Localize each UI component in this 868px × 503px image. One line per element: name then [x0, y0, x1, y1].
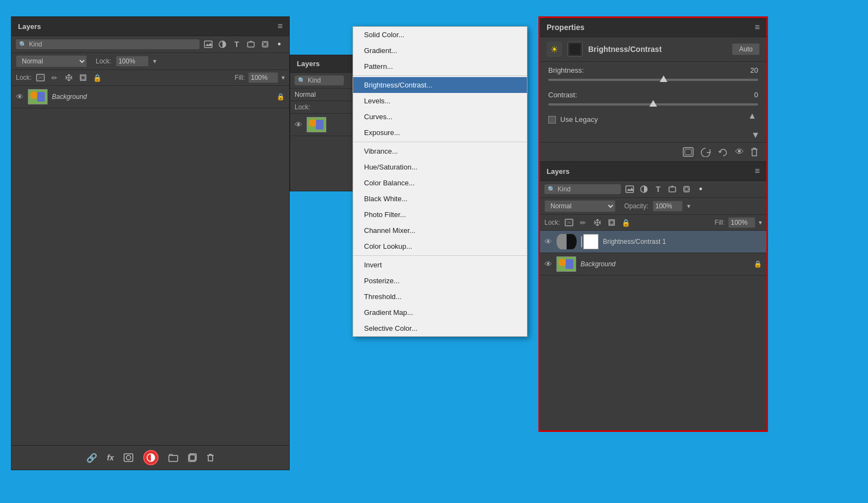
left-opacity-input[interactable] — [116, 56, 149, 67]
right-blend-row: Normal Opacity: ▾ — [540, 198, 766, 215]
layer-type-shape-icon[interactable] — [245, 39, 256, 50]
menu-item-posterize[interactable]: Posterize... — [353, 273, 527, 289]
menu-item-levels[interactable]: Levels... — [353, 93, 527, 109]
left-panel-menu-icon[interactable]: ≡ — [278, 21, 283, 31]
layer-type-image-icon[interactable] — [203, 39, 214, 50]
visibility-toggle-icon[interactable]: 👁 — [735, 147, 744, 157]
layer-effects-button[interactable]: fx — [107, 453, 114, 462]
menu-item-gradient-map[interactable]: Gradient Map... — [353, 305, 527, 320]
right-lock-all-icon[interactable]: 🔒 — [620, 217, 631, 228]
menu-item-exposure[interactable]: Exposure... — [353, 125, 527, 141]
left-fill-input[interactable] — [248, 72, 278, 83]
brightness-slider[interactable] — [540, 79, 766, 86]
left-background-layer[interactable]: 👁 Background 🔒 — [11, 86, 289, 108]
menu-item-selective-color[interactable]: Selective Color... — [353, 320, 527, 336]
right-search-box[interactable]: 🔍 Kind — [544, 184, 621, 194]
layer-type-smart-icon[interactable] — [260, 39, 271, 50]
right-kind-label: Kind — [558, 185, 571, 193]
use-legacy-checkbox[interactable] — [548, 116, 556, 124]
left-blend-mode-select[interactable]: Normal — [16, 55, 87, 67]
right-bg-thumbnail — [556, 256, 576, 272]
svg-rect-27 — [685, 188, 688, 191]
menu-item-threshold[interactable]: Threshold... — [353, 289, 527, 305]
properties-menu-icon[interactable]: ≡ — [755, 22, 760, 32]
new-group-button[interactable] — [168, 453, 178, 462]
contrast-thumb[interactable] — [649, 100, 657, 107]
right-bg-lock-icon: 🔒 — [754, 260, 762, 268]
svg-rect-33 — [566, 259, 573, 269]
right-lock-paint-icon[interactable]: ✏ — [578, 217, 589, 228]
left-panel-header: Layers ≡ — [11, 17, 289, 36]
menu-item-photo-filter[interactable]: Photo Filter... — [353, 207, 527, 223]
right-background-layer[interactable]: 👁 Background 🔒 — [540, 253, 766, 276]
previous-state-icon[interactable] — [700, 147, 711, 157]
reset-icon[interactable] — [718, 147, 729, 157]
bc-layer-visibility-icon[interactable]: 👁 — [544, 237, 552, 246]
right-layers-menu-icon[interactable]: ≡ — [755, 166, 760, 176]
right-filter-dot[interactable]: • — [695, 184, 706, 195]
layer-filter-dot[interactable]: • — [274, 39, 285, 50]
menu-item-color-balance[interactable]: Color Balance... — [353, 175, 527, 191]
menu-item-hue-saturation[interactable]: Hue/Saturation... — [353, 159, 527, 175]
right-layer-smart-icon[interactable] — [681, 184, 692, 195]
right-layer-image-icon[interactable] — [624, 184, 635, 195]
svg-rect-7 — [81, 76, 85, 79]
svg-point-32 — [559, 259, 566, 266]
menu-item-curves[interactable]: Curves... — [353, 109, 527, 125]
menu-item-black-white[interactable]: Black White... — [353, 191, 527, 207]
left-opacity-arrow[interactable]: ▾ — [153, 57, 156, 65]
scroll-up-arrow[interactable]: ▲ — [748, 111, 756, 121]
menu-item-pattern[interactable]: Pattern... — [353, 59, 527, 74]
link-layers-button[interactable]: 🔗 — [86, 453, 97, 463]
menu-item-brightness-contrast[interactable]: Brightness/Contrast... — [353, 77, 527, 93]
mid-background-layer[interactable]: 👁 — [290, 114, 355, 136]
svg-point-9 — [30, 91, 38, 99]
delete-layer-button[interactable] — [207, 453, 214, 462]
brightness-thumb[interactable] — [660, 75, 667, 82]
right-opacity-input[interactable] — [653, 201, 683, 212]
left-lock-all-icon[interactable]: 🔒 — [92, 72, 103, 83]
right-bg-visibility-icon[interactable]: 👁 — [544, 260, 552, 268]
right-fill-arrow[interactable]: ▾ — [759, 219, 762, 226]
menu-item-gradient[interactable]: Gradient... — [353, 43, 527, 59]
right-blend-select[interactable]: Normal — [544, 200, 615, 212]
add-mask-button[interactable] — [124, 453, 133, 462]
contrast-slider[interactable] — [540, 103, 766, 111]
left-layer-visibility-icon[interactable]: 👁 — [16, 92, 24, 101]
clip-to-layer-icon[interactable] — [683, 147, 694, 157]
delete-adjustment-icon[interactable] — [750, 147, 758, 157]
right-layer-adj-icon[interactable] — [638, 184, 649, 195]
right-lock-move-icon[interactable] — [592, 217, 603, 228]
brightness-contrast-layer[interactable]: 👁 Brightness/Contrast 1 — [540, 231, 766, 253]
scroll-down-arrow[interactable]: ▼ — [751, 130, 760, 140]
scroll-down-row: ▼ — [540, 128, 766, 142]
left-lock-move-icon[interactable] — [63, 72, 74, 83]
left-fill-arrow[interactable]: ▾ — [281, 74, 285, 81]
right-layer-text-icon[interactable]: T — [653, 184, 664, 195]
right-lock-artboard-icon[interactable] — [606, 217, 617, 228]
left-panel-title: Layers — [18, 22, 41, 31]
right-layer-shape-icon[interactable] — [667, 184, 678, 195]
menu-item-channel-mixer[interactable]: Channel Mixer... — [353, 223, 527, 238]
auto-button[interactable]: Auto — [732, 43, 760, 55]
new-layer-button[interactable] — [188, 453, 197, 462]
layer-type-adjustment-icon[interactable] — [217, 39, 228, 50]
right-lock-transparent-icon[interactable] — [564, 217, 574, 228]
menu-item-vibrance[interactable]: Vibrance... — [353, 143, 527, 159]
mid-layer-visibility-icon[interactable]: 👁 — [295, 120, 302, 129]
right-fill-input[interactable] — [728, 217, 755, 228]
menu-item-color-lookup[interactable]: Color Lookup... — [353, 238, 527, 254]
new-adjustment-layer-button[interactable] — [143, 450, 159, 465]
layer-type-text-icon[interactable]: T — [231, 39, 242, 50]
mid-search-box[interactable]: 🔍 Kind — [295, 75, 344, 85]
menu-item-invert[interactable]: Invert — [353, 257, 527, 273]
right-opacity-arrow[interactable]: ▾ — [687, 202, 690, 210]
left-layer-lock-icon: 🔒 — [277, 93, 285, 101]
left-lock-artboard-icon[interactable] — [78, 72, 89, 83]
left-lock-transparent-icon[interactable] — [35, 72, 46, 83]
menu-item-solid-color[interactable]: Solid Color... — [353, 27, 527, 43]
left-lock-paint-icon[interactable]: ✏ — [49, 72, 60, 83]
bc-layer-name: Brightness/Contrast 1 — [603, 238, 762, 245]
mid-lock-label: Lock: — [295, 103, 310, 111]
left-search-box[interactable]: 🔍 Kind — [16, 39, 200, 49]
